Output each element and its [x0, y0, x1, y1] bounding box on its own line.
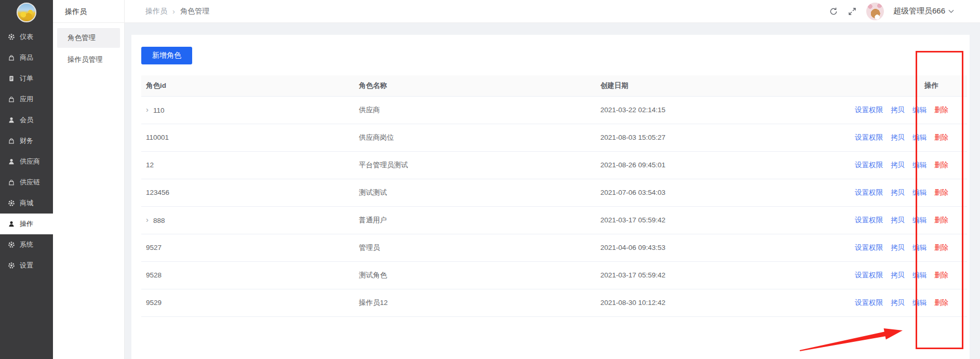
sidebar-item-label: 财务 [20, 136, 33, 145]
set-permissions-link[interactable]: 设置权限 [855, 244, 883, 251]
edit-link[interactable]: 编辑 [912, 134, 927, 141]
role-id-value: 110001 [146, 134, 169, 141]
card: 新增角色 角色id 角色名称 创建日期 操作 ›110供应商2021-03-22… [131, 35, 970, 359]
edit-link[interactable]: 编辑 [912, 216, 927, 224]
sidebar-item-label: 会员 [20, 115, 33, 125]
breadcrumb-parent[interactable]: 操作员 [145, 7, 167, 16]
submenu-item-operator-management[interactable]: 操作员管理 [57, 50, 120, 70]
set-permissions-link[interactable]: 设置权限 [855, 134, 883, 141]
cell-actions: 设置权限拷贝编辑删除 [850, 151, 967, 179]
cell-role-id: 9527 [141, 234, 354, 261]
delete-link[interactable]: 删除 [934, 106, 948, 114]
edit-link[interactable]: 编辑 [912, 299, 927, 307]
sidebar-item-operation[interactable]: 操作 [0, 214, 53, 234]
gear-icon [8, 200, 15, 207]
fullscreen-icon[interactable] [848, 7, 857, 16]
copy-link[interactable]: 拷贝 [891, 189, 905, 196]
edit-link[interactable]: 编辑 [912, 271, 927, 279]
sidebar-item-mall[interactable]: 商城 [0, 193, 53, 214]
role-id-value: 9529 [146, 299, 162, 307]
sidebar-item-label: 商城 [20, 198, 33, 208]
cell-created-date: 2021-04-06 09:43:53 [596, 234, 850, 261]
sidebar-item-supply-chain[interactable]: 供应链 [0, 172, 53, 193]
refresh-icon[interactable] [829, 7, 838, 16]
sidebar-item-supplier[interactable]: 供应商 [0, 151, 53, 172]
submenu-list: 角色管理操作员管理 [53, 23, 124, 70]
bag-icon [8, 96, 15, 103]
table-row: ›110供应商2021-03-22 02:14:15设置权限拷贝编辑删除 [141, 96, 967, 124]
cell-role-id: 9529 [141, 289, 354, 316]
breadcrumb: 操作员 › 角色管理 [145, 7, 209, 16]
column-header-created-date: 创建日期 [596, 75, 850, 96]
edit-link[interactable]: 编辑 [912, 244, 927, 251]
add-role-button[interactable]: 新增角色 [141, 47, 192, 64]
delete-link[interactable]: 删除 [934, 189, 948, 196]
expand-caret-icon[interactable]: › [146, 215, 149, 224]
sidebar-item-system[interactable]: 系统 [0, 234, 53, 255]
breadcrumb-current: 角色管理 [180, 7, 209, 16]
submenu-title: 操作员 [53, 0, 124, 23]
sidebar-item-apps[interactable]: 应用 [0, 89, 53, 110]
delete-link[interactable]: 删除 [934, 216, 948, 224]
column-header-role-id: 角色id [141, 75, 354, 96]
delete-link[interactable]: 删除 [934, 244, 948, 251]
sidebar-item-members[interactable]: 会员 [0, 110, 53, 130]
edit-link[interactable]: 编辑 [912, 106, 927, 114]
cell-actions: 设置权限拷贝编辑删除 [850, 234, 967, 261]
edit-link[interactable]: 编辑 [912, 189, 927, 196]
role-table: 角色id 角色名称 创建日期 操作 ›110供应商2021-03-22 02:1… [141, 75, 967, 317]
sidebar-item-dashboard[interactable]: 仪表 [0, 26, 53, 47]
bag-icon [8, 137, 15, 144]
delete-link[interactable]: 删除 [934, 134, 948, 141]
edit-link[interactable]: 编辑 [912, 161, 927, 169]
person-icon [8, 116, 15, 124]
user-name-label: 超级管理员666 [893, 6, 945, 16]
copy-link[interactable]: 拷贝 [891, 216, 905, 224]
sidebar-item-orders[interactable]: 订单 [0, 68, 53, 89]
gear-icon [8, 33, 15, 41]
copy-link[interactable]: 拷贝 [891, 244, 905, 251]
content: 新增角色 角色id 角色名称 创建日期 操作 ›110供应商2021-03-22… [125, 23, 980, 359]
person-icon [8, 158, 15, 165]
cell-created-date: 2021-08-26 09:45:01 [596, 151, 850, 179]
copy-link[interactable]: 拷贝 [891, 106, 905, 114]
sidebar-item-settings[interactable]: 设置 [0, 255, 53, 276]
set-permissions-link[interactable]: 设置权限 [855, 216, 883, 224]
role-id-value: 9528 [146, 271, 162, 279]
table-row: 110001供应商岗位2021-08-03 15:05:27设置权限拷贝编辑删除 [141, 124, 967, 151]
cell-actions: 设置权限拷贝编辑删除 [850, 206, 967, 234]
expand-caret-icon[interactable]: › [146, 105, 149, 114]
sidebar-item-label: 系统 [20, 240, 33, 249]
cell-role-name: 供应商岗位 [354, 124, 596, 151]
app-root: 仪表商品订单应用会员财务供应商供应链商城操作系统设置 操作员 角色管理操作员管理… [0, 0, 980, 359]
submenu-item-label: 操作员管理 [68, 55, 103, 64]
set-permissions-link[interactable]: 设置权限 [855, 299, 883, 307]
chevron-down-icon [948, 9, 954, 14]
set-permissions-link[interactable]: 设置权限 [855, 161, 883, 169]
copy-link[interactable]: 拷贝 [891, 134, 905, 141]
user-avatar[interactable] [866, 3, 884, 20]
set-permissions-link[interactable]: 设置权限 [855, 106, 883, 114]
copy-link[interactable]: 拷贝 [891, 161, 905, 169]
role-id-value: 110 [153, 107, 165, 114]
delete-link[interactable]: 删除 [934, 271, 948, 279]
clipboard-icon [8, 75, 15, 82]
copy-link[interactable]: 拷贝 [891, 299, 905, 307]
column-header-actions: 操作 [850, 75, 967, 96]
cell-role-id: 12 [141, 151, 354, 179]
sidebar-item-label: 订单 [20, 74, 33, 83]
set-permissions-link[interactable]: 设置权限 [855, 271, 883, 279]
cell-created-date: 2021-07-06 03:54:03 [596, 179, 850, 206]
column-header-role-name: 角色名称 [354, 75, 596, 96]
delete-link[interactable]: 删除 [934, 161, 948, 169]
user-menu[interactable]: 超级管理员666 [893, 6, 954, 16]
sidebar-item-finance[interactable]: 财务 [0, 130, 53, 151]
set-permissions-link[interactable]: 设置权限 [855, 189, 883, 196]
cell-role-id: 9528 [141, 261, 354, 289]
logo-image [17, 3, 36, 22]
sidebar-item-goods[interactable]: 商品 [0, 47, 53, 68]
submenu-item-role-management[interactable]: 角色管理 [57, 28, 120, 48]
breadcrumb-separator-icon: › [172, 7, 175, 16]
copy-link[interactable]: 拷贝 [891, 271, 905, 279]
delete-link[interactable]: 删除 [934, 299, 948, 307]
